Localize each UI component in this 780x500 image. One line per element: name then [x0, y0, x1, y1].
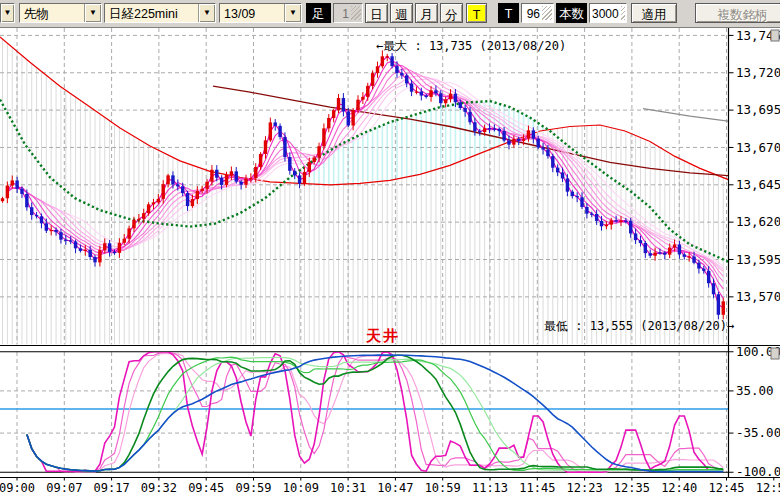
x-axis-label: 12:40 — [661, 481, 697, 495]
instrument-combo[interactable]: 先物 ▼ — [19, 3, 102, 23]
chevron-down-icon[interactable]: ▼ — [84, 4, 101, 22]
toolbar: ▼ 先物 ▼ 日経225mini ▼ 13/09 ▼ 足 1 日 週 月 分 T… — [0, 0, 780, 28]
y-axis-label: 13,670 — [736, 140, 780, 155]
price-chart-svg[interactable]: 13,74513,72013,69513,67013,64513,62013,5… — [0, 0, 780, 500]
x-axis-label: 10:47 — [377, 481, 413, 495]
x-axis-label: 09:17 — [94, 481, 130, 495]
chart-area[interactable]: 13,74513,72013,69513,67013,64513,62013,5… — [0, 0, 780, 500]
period-month-button[interactable]: 月 — [415, 3, 438, 23]
tick-field-label: T — [498, 3, 519, 23]
multi-symbol-button[interactable]: 複数銘柄 — [695, 3, 780, 23]
x-axis-label: 11:45 — [519, 481, 555, 495]
annotation-max: ←最大 : 13,735 (2013/08/20) — [376, 38, 566, 55]
bars-label: 本数 — [556, 3, 587, 23]
chevron-down-icon[interactable]: ▼ — [1, 4, 14, 22]
chevron-down-icon[interactable]: ▼ — [198, 4, 215, 22]
x-axis-labels: 09:0009:0709:1709:3209:4509:5910:0910:31… — [0, 478, 780, 496]
tick-count-value: 96 — [522, 4, 542, 22]
x-axis-label: 12:35 — [614, 481, 650, 495]
hidden-combo[interactable]: ▼ — [0, 3, 15, 23]
y-axis-label: 13,720 — [736, 65, 780, 80]
annotation-ceiling: 天井 — [366, 327, 400, 346]
x-axis-label: 11:13 — [472, 481, 508, 495]
y-axis-label: 13,570 — [736, 289, 780, 304]
period-minute-button[interactable]: 分 — [440, 3, 463, 23]
spinner-icon[interactable] — [621, 6, 625, 20]
rci-axis-label: -100.00 — [736, 464, 780, 479]
x-axis-label: 09:32 — [141, 481, 177, 495]
x-axis-label: 12:45 — [708, 481, 744, 495]
x-axis-label: 09:45 — [188, 481, 224, 495]
x-axis-label: 09:07 — [46, 481, 82, 495]
interval-value: 1 — [334, 4, 351, 22]
annotation-min: 最低 : 13,555 (2013/08/20)→ — [544, 318, 734, 335]
apply-button[interactable]: 適用 — [631, 3, 677, 23]
splitter-handle[interactable] — [771, 30, 779, 41]
x-axis-label: 12:23 — [567, 481, 603, 495]
symbol-combo[interactable]: 日経225mini ▼ — [104, 3, 216, 23]
y-axis-label: 13,695 — [736, 102, 780, 117]
x-axis-label: 10:31 — [330, 481, 366, 495]
y-axis-label: 13,595 — [736, 252, 780, 267]
interval-input[interactable]: 1 — [333, 3, 363, 23]
spinner-icon[interactable] — [351, 6, 361, 20]
period-day-button[interactable]: 日 — [365, 3, 388, 23]
spinner-icon[interactable] — [542, 6, 552, 20]
bars-count-input[interactable]: 3000 — [589, 3, 627, 23]
x-axis-label: 09:59 — [235, 481, 271, 495]
contract-month-combo-value: 13/09 — [220, 4, 284, 22]
contract-month-combo[interactable]: 13/09 ▼ — [219, 3, 302, 23]
rci-axis-label: -35.00 — [736, 425, 780, 440]
bars-count-value: 3000 — [590, 4, 621, 22]
symbol-combo-value: 日経225mini — [105, 4, 198, 22]
y-axis-label: 13,645 — [736, 177, 780, 192]
period-week-button[interactable]: 週 — [390, 3, 413, 23]
y-axis-label: 13,620 — [736, 214, 780, 229]
rci-axis-label: 35.00 — [736, 383, 774, 398]
instrument-combo-value: 先物 — [20, 4, 84, 22]
chevron-down-icon[interactable]: ▼ — [284, 4, 301, 22]
x-axis-label: 12:50 — [756, 481, 780, 495]
x-axis-label: 10:59 — [425, 481, 461, 495]
x-axis-label: 09:00 — [0, 481, 35, 495]
tick-toggle-button[interactable]: T — [466, 3, 487, 23]
ashi-label: 足 — [306, 3, 331, 23]
splitter-handle[interactable] — [771, 348, 779, 359]
tick-count-input[interactable]: 96 — [521, 3, 554, 23]
x-axis-label: 10:09 — [283, 481, 319, 495]
